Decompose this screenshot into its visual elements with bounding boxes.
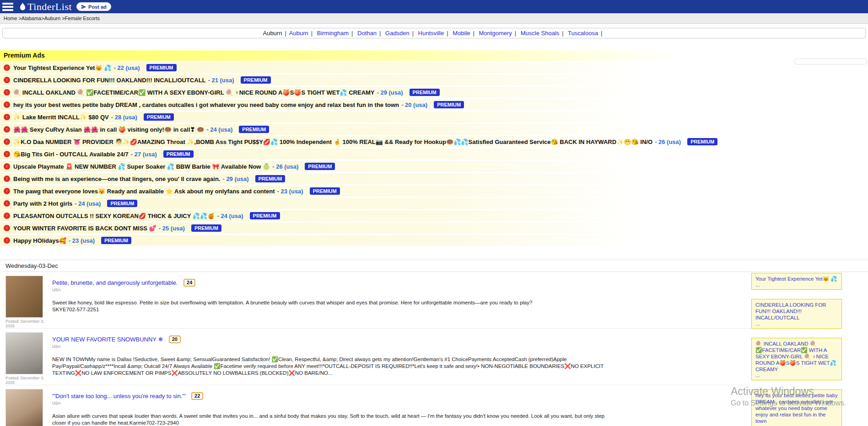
- listing-thumbnail-photo[interactable]: [5, 332, 43, 374]
- listing-location: USA: [52, 344, 617, 349]
- premium-ad-row[interactable]: 🌺🌺 Sexy CuRvy Asian 🌺🌺 in call 🍑 visitin…: [0, 124, 868, 135]
- up-arrow-icon: [4, 188, 10, 194]
- sidebar-premium-box[interactable]: 🍭 INCALL OAKLAND 🍭 ✅FACETIME/CAR✅ WITH A…: [751, 338, 842, 380]
- premium-ad-title[interactable]: Your Tightest Experience Yet😼 💦: [13, 64, 112, 71]
- premium-ad-row[interactable]: Happy HOlidays🥰 - 23 (usa) PREMIUM: [0, 235, 868, 246]
- premium-ad-row[interactable]: Your Tightest Experience Yet😼 💦 - 22 (us…: [0, 62, 868, 73]
- premium-ad-title[interactable]: Being with me is an experience—one that …: [13, 176, 220, 182]
- top-navbar: TinderList Post ad: [0, 0, 868, 13]
- sidebar-premium-box[interactable]: Your Tightest Experience Yet😼 💦 ...: [751, 273, 842, 290]
- sidebar-premium-title[interactable]: Your Tightest Experience Yet😼 💦: [755, 276, 838, 282]
- flame-logo-icon: [19, 2, 27, 11]
- sidebar-premium-title[interactable]: hey its your best wettes petite baby DRE…: [755, 392, 838, 424]
- premium-ad-title[interactable]: Party with 2 Hot girls: [13, 200, 72, 207]
- listing-title-link[interactable]: Petite, brunette, and dangerously unforg…: [52, 279, 178, 286]
- listing-age-badge: 20: [169, 335, 181, 343]
- premium-badge: PREMIUM: [434, 101, 464, 108]
- sidebar-premium-title[interactable]: 🍭 INCALL OAKLAND 🍭 ✅FACETIME/CAR✅ WITH A…: [755, 341, 838, 373]
- premium-ad-row[interactable]: Upscale Playmate 🚨 NEW NUMBER 💦 Super So…: [0, 161, 868, 172]
- premium-badge: PREMIUM: [101, 237, 131, 244]
- premium-badge: PREMIUM: [250, 212, 280, 219]
- city-separator: |: [285, 30, 286, 37]
- sidebar-premium-ellipsis: ...: [755, 424, 838, 426]
- city-link[interactable]: Tuscaloosa: [568, 30, 598, 37]
- listing-thumbnail-photo[interactable]: [5, 389, 43, 426]
- listing-thumbnail-photo[interactable]: [5, 276, 43, 318]
- date-header: Wednesday-03-Dec: [0, 260, 868, 272]
- sidebar-premium-ellipsis: ...: [755, 373, 838, 378]
- premium-ad-title[interactable]: The pawg that everyone loves😼 Ready and …: [13, 188, 275, 195]
- premium-ad-row[interactable]: Party with 2 Hot girls - 24 (usa) PREMIU…: [0, 198, 868, 209]
- premium-ad-title[interactable]: 🌺🌺 Sexy CuRvy Asian 🌺🌺 in call 🍑 visitin…: [13, 126, 204, 133]
- city-link[interactable]: Muscle Shoals: [521, 30, 560, 37]
- premium-ad-row[interactable]: 🍭 INCALL OAKLAND 🍭 ✅FACETIME/CAR✅ WITH A…: [0, 87, 868, 98]
- city-separator: |: [515, 30, 516, 37]
- listing-title-link[interactable]: YOUR NEW FAVORITE SNOWBUNNY ❄: [52, 336, 163, 343]
- premium-ads-list: Your Tightest Experience Yet😼 💦 - 22 (us…: [0, 62, 868, 246]
- sidebar-premium-title[interactable]: CINDERELLA LOOKING FOR FUN!!! OAKLAND!!!…: [755, 302, 838, 321]
- sidebar-boxes-list: Your Tightest Experience Yet😼 💦 ... CIND…: [751, 273, 842, 426]
- premium-ad-title[interactable]: CINDERELLA LOOKING FOR FUN!!! OAKLAND!!!…: [13, 77, 206, 84]
- listing-row: Posted: December 3, 2025 "'Don't stare t…: [5, 385, 751, 426]
- premium-ad-row[interactable]: CINDERELLA LOOKING FOR FUN!!! OAKLAND!!!…: [0, 75, 868, 85]
- listing-posted-date: Posted: December 3, 2025: [5, 319, 46, 328]
- premium-badge: PREMIUM: [687, 138, 717, 145]
- listing-age-badge: 24: [183, 279, 195, 287]
- up-arrow-icon: [4, 200, 10, 207]
- premium-ad-row[interactable]: 😘Big Tits Girl - OUTCALL Available 24/7 …: [0, 149, 868, 160]
- premium-ads-section: Premium Ads Your Tightest Experience Yet…: [0, 50, 868, 246]
- premium-ad-row[interactable]: hey its your best wettes petite baby DRE…: [0, 99, 868, 110]
- city-separator: |: [379, 30, 381, 37]
- city-link[interactable]: Huntsville: [418, 30, 444, 37]
- premium-ad-age-country: - 24 (usa): [206, 126, 232, 133]
- city-link[interactable]: Auburn: [289, 30, 308, 37]
- premium-ad-title[interactable]: ✨K.O Daa NUMBER 👅 PROVIDER 🧖✨💋AMAZING Th…: [13, 138, 652, 145]
- premium-ad-age-country: - 20 (usa): [401, 101, 427, 108]
- listing-location: USA: [52, 401, 617, 405]
- premium-ad-age-country: - 23 (usa): [69, 237, 95, 244]
- premium-ad-row[interactable]: YOUR WINTER FAVORITE IS BACK DONT MISS 💕…: [0, 223, 868, 234]
- premium-ad-title[interactable]: 🍭 INCALL OAKLAND 🍭 ✅FACETIME/CAR✅ WITH A…: [13, 89, 375, 96]
- city-link[interactable]: Birmingham: [317, 30, 349, 37]
- premium-ad-title[interactable]: Upscale Playmate 🚨 NEW NUMBER 💦 Super So…: [13, 163, 270, 170]
- city-link[interactable]: Gadsden: [385, 30, 410, 37]
- premium-badge: PREMIUM: [310, 187, 340, 195]
- premium-ad-title[interactable]: 😘Big Tits Girl - OUTCALL Available 24/7: [13, 151, 129, 158]
- premium-ad-title[interactable]: YOUR WINTER FAVORITE IS BACK DONT MISS 💕: [13, 225, 156, 232]
- up-arrow-icon: [4, 89, 10, 96]
- city-separator: |: [311, 30, 313, 37]
- premium-ad-row[interactable]: ✨ Lake Merritt INCALL✨ $80 QV - 28 (usa)…: [0, 112, 868, 122]
- sidebar-premium-box[interactable]: hey its your best wettes petite baby DRE…: [751, 389, 842, 426]
- city-link[interactable]: Dothan: [357, 30, 377, 37]
- sidebar-premium-box[interactable]: CINDERELLA LOOKING FOR FUN!!! OAKLAND!!!…: [751, 299, 842, 329]
- premium-ad-title[interactable]: Happy HOlidays🥰: [13, 237, 66, 244]
- listing-left-column: Posted: December 3, 2025: [5, 276, 46, 328]
- premium-ad-row[interactable]: The pawg that everyone loves😼 Ready and …: [0, 186, 868, 197]
- premium-ad-title[interactable]: PLEASANTON OUTCALLS !! SEXY KOREAN💋 THIC…: [13, 213, 215, 219]
- premium-badge: PREMIUM: [163, 150, 194, 158]
- premium-badge: PREMIUM: [191, 224, 221, 232]
- premium-ad-title[interactable]: hey its your best wettes petite baby DRE…: [13, 101, 399, 108]
- listing-left-column: Posted: December 3, 2025: [5, 332, 46, 385]
- premium-ad-row[interactable]: ✨K.O Daa NUMBER 👅 PROVIDER 🧖✨💋AMAZING Th…: [0, 136, 868, 147]
- listing-location: USA: [52, 288, 532, 292]
- site-logo[interactable]: TinderList: [19, 1, 72, 13]
- hamburger-menu-icon[interactable]: [2, 3, 13, 11]
- right-sidebar: Your Tightest Experience Yet😼 💦 ... CIND…: [751, 273, 842, 426]
- premium-ad-row[interactable]: Being with me is an experience—one that …: [0, 173, 868, 184]
- listing-title-link[interactable]: "'Don't stare too long... unless you're …: [52, 393, 186, 399]
- post-ad-button[interactable]: Post ad: [76, 2, 111, 11]
- city-link[interactable]: Montgomery: [479, 30, 512, 37]
- listing-row: Posted: December 3, 2025 YOUR NEW FAVORI…: [5, 329, 751, 385]
- premium-badge: PREMIUM: [241, 76, 271, 84]
- premium-ad-row[interactable]: PLEASANTON OUTCALLS !! SEXY KOREAN💋 THIC…: [0, 210, 868, 221]
- premium-ad-age-country: - 25 (usa): [159, 225, 185, 232]
- brand-name: TinderList: [27, 1, 72, 13]
- listing-row: Posted: December 3, 2025 Petite, brunett…: [5, 272, 751, 329]
- premium-ad-title[interactable]: ✨ Lake Merritt INCALL✨ $80 QV: [13, 114, 109, 121]
- premium-ad-age-country: - 29 (usa): [222, 176, 248, 182]
- breadcrumb[interactable]: Home >Alabama>Auburn >Female Escorts: [0, 13, 868, 24]
- city-link[interactable]: Mobile: [453, 30, 470, 37]
- breadcrumb-text[interactable]: Home >Alabama>Auburn >Female Escorts: [4, 16, 100, 21]
- listing-title-row: "'Don't stare too long... unless you're …: [52, 392, 617, 400]
